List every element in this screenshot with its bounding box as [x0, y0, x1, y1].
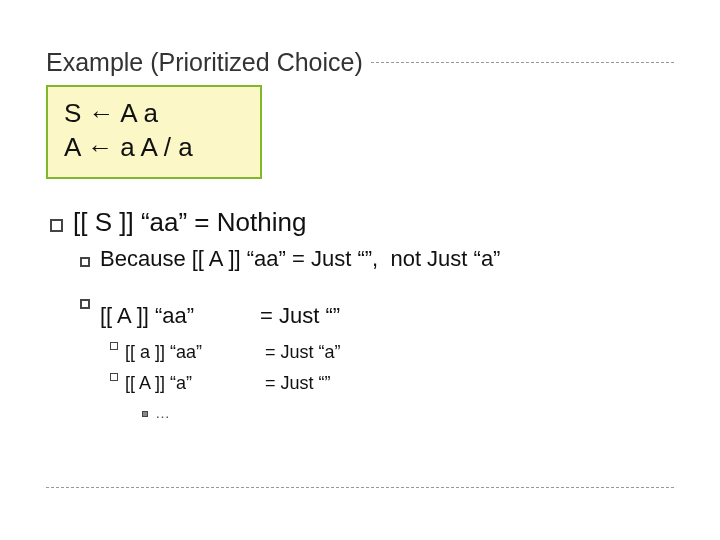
bullet-icon	[110, 342, 118, 350]
grammar-line-1: S ← A a	[64, 96, 244, 130]
step-left: [[ A ]] “a”	[125, 373, 265, 394]
step-right: = Just “”	[265, 373, 331, 394]
result-text: [[ S ]] “aa” = Nothing	[73, 207, 306, 237]
bullet-icon	[80, 299, 90, 309]
slide-title: Example (Prioritized Choice)	[46, 48, 363, 77]
step-line-1: [[ A ]] “aa” = Just “”	[80, 299, 674, 332]
title-row: Example (Prioritized Choice)	[46, 48, 674, 77]
grammar-line-2: A ← a A / a	[64, 130, 244, 164]
step-right: = Just “a”	[265, 342, 341, 363]
bullet-icon	[50, 219, 63, 232]
result-line: [[ S ]] “aa” = Nothing	[50, 205, 674, 240]
step-right: = Just “”	[260, 299, 340, 332]
step-line-2: [[ a ]] “aa” = Just “a”	[110, 342, 674, 363]
because-text: Because [[ A ]] “aa” = Just “”, not Just…	[100, 246, 500, 271]
step-left: [[ a ]] “aa”	[125, 342, 265, 363]
because-line: Because [[ A ]] “aa” = Just “”, not Just…	[80, 242, 674, 275]
step-left: [[ A ]] “aa”	[100, 299, 260, 332]
step-line-ellipsis: …	[142, 404, 674, 421]
content: [[ S ]] “aa” = Nothing Because [[ A ]] “…	[46, 205, 674, 421]
slide: Example (Prioritized Choice) S ← A a A ←…	[0, 0, 720, 540]
step-line-3: [[ A ]] “a” = Just “”	[110, 373, 674, 394]
footer-rule	[46, 487, 674, 488]
bullet-icon	[142, 411, 148, 417]
title-rule	[371, 62, 674, 63]
bullet-icon	[80, 257, 90, 267]
ellipsis-text: …	[155, 404, 170, 421]
grammar-box: S ← A a A ← a A / a	[46, 85, 262, 179]
bullet-icon	[110, 373, 118, 381]
